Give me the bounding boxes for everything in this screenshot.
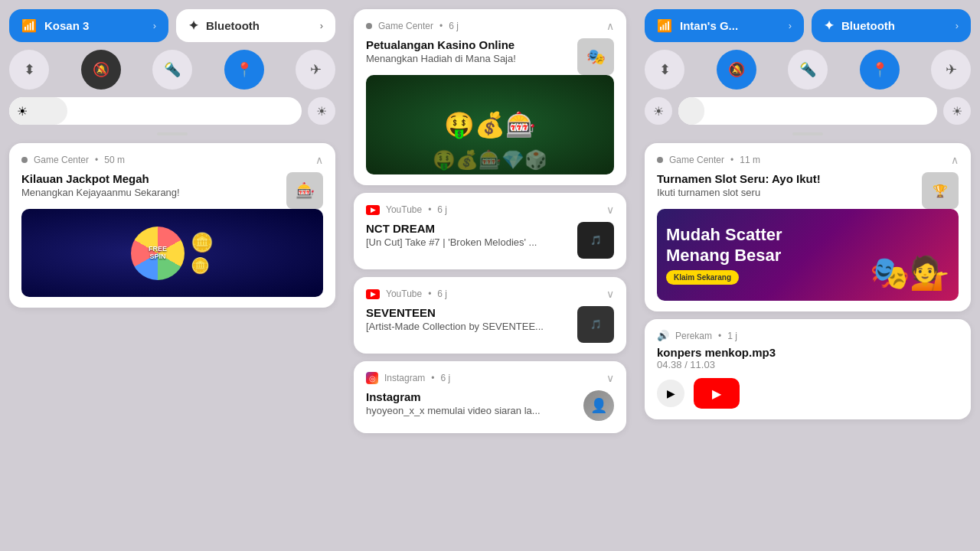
right-flashlight-icon: 🔦	[799, 61, 816, 78]
right-column: 📶 Intan's G... › ✦ Bluetooth › ⬍ 🔕 🔦 📍 ✈	[635, 0, 980, 551]
left-mute-btn[interactable]: 🔕	[81, 50, 121, 90]
middle-yt1-notif[interactable]: ▶ YouTube • 6 j ∨ NCT DREAM [Un Cut] Tak…	[354, 193, 626, 269]
middle-notif-text: Petualangan Kasino Online Menangkan Hadi…	[366, 38, 571, 70]
right-notif-chevron[interactable]: ∧	[951, 154, 959, 166]
coin-icon-1: 🪙	[191, 232, 214, 253]
left-notif-separator: •	[95, 155, 98, 165]
yt1-chevron[interactable]: ∨	[606, 204, 614, 216]
left-sun-icon: ☀	[316, 104, 327, 119]
recorder-title: konpers menkop.mp3	[657, 346, 959, 359]
right-recorder-card[interactable]: 🔊 Perekam • 1 j konpers menkop.mp3 04.38…	[645, 319, 971, 419]
right-wifi-icon: 📶	[657, 18, 672, 33]
yt2-chevron[interactable]: ∨	[606, 288, 614, 300]
ig-time: 6 j	[441, 373, 451, 383]
right-icon-row: ⬍ 🔕 🔦 📍 ✈	[645, 50, 971, 90]
right-location-icon: 📍	[871, 61, 888, 78]
yt2-thumb-icon: 🎵	[590, 319, 602, 330]
left-wifi-arrow: ›	[153, 20, 156, 31]
right-ad-banner[interactable]: Mudah ScatterMenang Besar Klaim Sekarang…	[657, 209, 959, 301]
right-wifi-tile[interactable]: 📶 Intan's G... ›	[645, 9, 804, 42]
left-divider	[157, 132, 188, 135]
left-brightness-row: ☀ ☀	[9, 97, 335, 125]
right-bluetooth-tile[interactable]: ✦ Bluetooth ›	[812, 9, 971, 42]
recorder-controls: ▶ ▶	[657, 378, 959, 409]
ad-btn[interactable]: Klaim Sekarang	[666, 270, 739, 285]
right-brightness-icon-right[interactable]: ☀	[943, 97, 971, 125]
right-brightness-row: ☀ ☀	[645, 97, 971, 125]
recorder-speaker-icon: 🔊	[657, 330, 669, 341]
left-gamecenter-notif[interactable]: Game Center • 50 m ∧ Kilauan Jackpot Meg…	[9, 143, 335, 308]
middle-notif-chevron[interactable]: ∧	[606, 20, 614, 32]
middle-gamecenter-notif[interactable]: Game Center • 6 j ∧ Petualangan Kasino O…	[354, 9, 626, 185]
middle-notif-icon: 🎭	[586, 47, 606, 66]
yt2-header: ▶ YouTube • 6 j ∨	[366, 288, 614, 300]
right-brightness-slider[interactable]	[678, 97, 937, 125]
recorder-app: Perekam	[675, 331, 712, 341]
left-notif-subtitle: Menangkan Kejayaanmu Sekarang!	[21, 187, 280, 198]
right-bt-arrow: ›	[956, 20, 959, 31]
left-notif-chevron[interactable]: ∧	[315, 154, 323, 166]
right-wifi-label: Intan's G...	[680, 19, 738, 32]
recorder-play-btn[interactable]: ▶	[657, 380, 684, 407]
middle-column: Game Center • 6 j ∧ Petualangan Kasino O…	[345, 0, 635, 551]
ig-subtitle: hyoyeon_x_x memulai video siaran la...	[366, 405, 577, 416]
middle-ig-notif[interactable]: ◎ Instagram • 6 j ∨ Instagram hyoyeon_x_…	[354, 361, 626, 433]
ad-content: Mudah ScatterMenang Besar Klaim Sekarang	[666, 225, 870, 285]
left-brightness-slider[interactable]: ☀	[9, 97, 302, 125]
middle-notif-app: Game Center	[378, 21, 433, 31]
right-flashlight-btn[interactable]: 🔦	[788, 50, 828, 90]
left-bt-icon: ✦	[188, 18, 198, 33]
middle-yt2-notif[interactable]: ▶ YouTube • 6 j ∨ SEVENTEEN [Artist-Made…	[354, 277, 626, 354]
left-brightness-icon-right[interactable]: ☀	[308, 97, 335, 125]
ig-chevron[interactable]: ∨	[606, 372, 614, 384]
left-notif-time: 50 m	[104, 155, 125, 165]
left-notif-title: Kilauan Jackpot Megah	[21, 172, 280, 185]
right-gc-dot	[657, 157, 663, 163]
yt1-text: NCT DREAM [Un Cut] Take #7 | 'Broken Mel…	[366, 222, 571, 254]
right-sun-icon-left: ☀	[653, 104, 664, 119]
middle-notif-sep: •	[439, 21, 443, 31]
ig-row: Instagram hyoyeon_x_x memulai video siar…	[366, 390, 614, 422]
spin-wheel: FREESPIN	[131, 227, 185, 280]
right-airplane-btn[interactable]: ✈	[931, 50, 971, 90]
right-brightness-icon-left[interactable]: ☀	[645, 97, 672, 125]
right-gamecenter-notif[interactable]: Game Center • 11 m ∧ Turnamen Slot Seru:…	[645, 143, 971, 311]
recorder-youtube-btn[interactable]: ▶	[694, 378, 740, 409]
left-location-btn[interactable]: 📍	[224, 50, 264, 90]
right-signal-btn[interactable]: ⬍	[645, 50, 684, 90]
yt1-icon: ▶	[366, 205, 380, 215]
middle-casino-image: 🤑💰🎰	[366, 75, 614, 174]
left-bluetooth-tile[interactable]: ✦ Bluetooth ›	[176, 9, 335, 42]
right-notif-trophy-icon: 🏆	[933, 184, 948, 198]
location-icon: 📍	[236, 61, 253, 78]
yt1-row: NCT DREAM [Un Cut] Take #7 | 'Broken Mel…	[366, 222, 614, 259]
left-notif-thumb-icon: 🎰	[296, 181, 315, 200]
right-divider	[792, 132, 823, 135]
yt2-time: 6 j	[437, 289, 447, 299]
left-notif-thumb: 🎰	[286, 172, 323, 209]
yt1-subtitle: [Un Cut] Take #7 | 'Broken Melodies' ...	[366, 236, 571, 248]
ig-text: Instagram hyoyeon_x_x memulai video siar…	[366, 390, 577, 422]
left-wifi-tile[interactable]: 📶 Kosan 3 ›	[9, 9, 168, 42]
right-location-btn[interactable]: 📍	[860, 50, 900, 90]
right-notif-thumb: 🏆	[922, 172, 959, 209]
right-mute-btn[interactable]: 🔕	[717, 50, 756, 90]
yt2-text: SEVENTEEN [Artist-Made Collection by SEV…	[366, 306, 571, 338]
left-flashlight-btn[interactable]: 🔦	[152, 50, 192, 90]
recorder-play-icon: ▶	[667, 387, 675, 399]
yt1-title: NCT DREAM	[366, 222, 571, 235]
left-icon-row: ⬍ 🔕 🔦 📍 ✈	[9, 50, 335, 90]
spin-content: FREESPIN 🪙 🪙	[131, 227, 214, 280]
coin-icon-2: 🪙	[191, 256, 214, 275]
ig-icon: ◎	[366, 372, 378, 384]
right-notif-app: Game Center	[669, 155, 724, 165]
left-notif-app: Game Center	[34, 155, 89, 165]
left-airplane-btn[interactable]: ✈	[296, 50, 335, 90]
right-notif-header: Game Center • 11 m ∧	[657, 154, 959, 166]
yt1-app: YouTube	[386, 204, 422, 215]
right-network-tiles: 📶 Intan's G... › ✦ Bluetooth ›	[645, 9, 971, 42]
yt2-icon: ▶	[366, 289, 380, 299]
right-wifi-arrow: ›	[789, 20, 792, 31]
left-signal-btn[interactable]: ⬍	[9, 50, 49, 90]
left-bt-arrow: ›	[320, 20, 323, 31]
